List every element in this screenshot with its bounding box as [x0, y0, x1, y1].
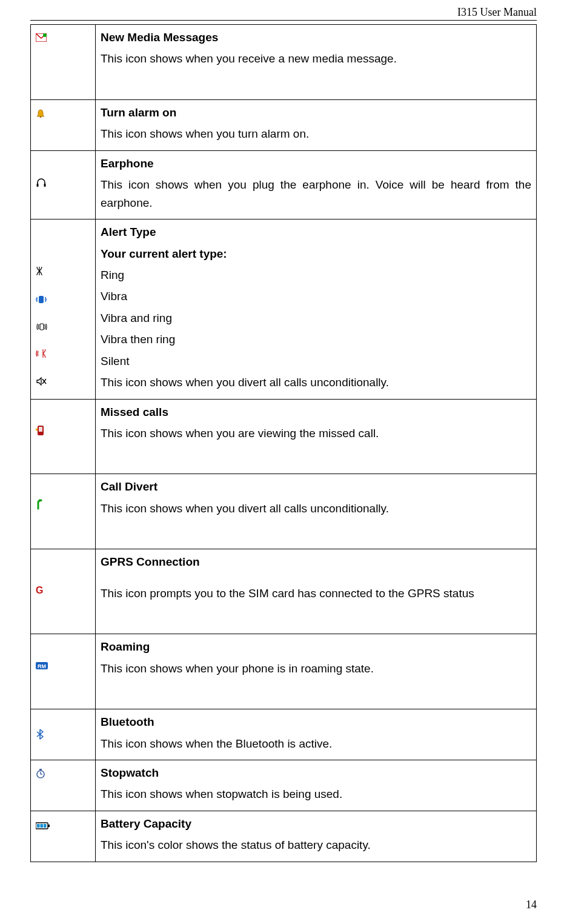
row-desc: This icon prompts you to the SIM card ha…: [101, 584, 531, 602]
alert-option: Ring: [101, 266, 531, 284]
vibra-icon: [36, 291, 90, 309]
stopwatch-icon: [36, 766, 45, 783]
svg-rect-19: [44, 824, 47, 828]
row-desc: This icon shows when you receive a new m…: [101, 50, 531, 67]
row-title: Earphone: [101, 155, 531, 172]
row-title: Roaming: [101, 638, 531, 655]
row-footer: This icon shows when you divert all call…: [101, 373, 531, 391]
vibra-then-ring-icon: [36, 346, 90, 363]
svg-rect-16: [48, 825, 50, 827]
row-desc: This icon shows when you plug the earpho…: [101, 176, 531, 212]
row-desc: This icon shows when stopwatch is being …: [101, 785, 531, 803]
table-row: Bluetooth This icon shows when the Bluet…: [31, 709, 537, 760]
table-row: Call Divert This icon shows when you div…: [31, 474, 537, 549]
page-number: 14: [30, 899, 537, 911]
icon-definition-table: New Media Messages This icon shows when …: [30, 24, 537, 862]
alarm-icon: [36, 105, 45, 123]
gprs-icon: G: [36, 583, 43, 598]
table-row: RM Roaming This icon shows when your pho…: [31, 634, 537, 709]
row-desc: This icon shows when you turn alarm on.: [101, 125, 531, 142]
row-title: Battery Capacity: [101, 815, 531, 832]
svg-rect-2: [40, 116, 42, 118]
svg-rect-18: [41, 824, 44, 828]
row-title: Bluetooth: [101, 713, 531, 731]
svg-rect-12: [39, 769, 42, 771]
row-subtitle: Your current alert type:: [101, 245, 531, 263]
row-title: Alert Type: [101, 223, 531, 241]
row-title: Missed calls: [101, 403, 531, 421]
earphone-icon: [36, 175, 47, 192]
table-row: New Media Messages This icon shows when …: [31, 25, 537, 100]
table-row: Battery Capacity This icon's color shows…: [31, 811, 537, 862]
svg-rect-6: [40, 324, 44, 330]
vibra-and-ring-icon: [36, 318, 90, 336]
row-desc: This icon's color shows the status of ba…: [101, 836, 531, 854]
ring-icon: [36, 263, 90, 281]
row-desc: This icon shows when the Bluetooth is ac…: [101, 735, 531, 752]
table-row: Alert Type Your current alert type: Ring…: [31, 219, 537, 400]
new-media-message-icon: [36, 29, 47, 47]
missed-call-icon: [36, 423, 45, 441]
alert-option: Vibra: [101, 287, 531, 305]
roaming-icon: RM: [36, 657, 48, 674]
page-header: I315 User Manual: [30, 6, 537, 21]
alert-option: Vibra then ring: [101, 330, 531, 348]
svg-rect-8: [39, 427, 42, 432]
svg-rect-3: [37, 184, 39, 187]
svg-point-1: [43, 33, 47, 37]
row-title: Call Divert: [101, 478, 531, 495]
svg-text:RM: RM: [38, 663, 46, 669]
bluetooth-icon: [36, 727, 44, 745]
table-row: Stopwatch This icon shows when stopwatch…: [31, 760, 537, 811]
svg-rect-17: [37, 824, 40, 828]
svg-rect-4: [44, 184, 46, 187]
table-row: G GPRS Connection This icon prompts you …: [31, 549, 537, 634]
row-title: Turn alarm on: [101, 104, 531, 121]
table-row: Earphone This icon shows when you plug t…: [31, 150, 537, 219]
table-row: Missed calls This icon shows when you ar…: [31, 399, 537, 474]
svg-rect-5: [39, 296, 44, 303]
alert-option: Vibra and ring: [101, 309, 531, 327]
row-title: GPRS Connection: [101, 553, 531, 571]
row-title: Stopwatch: [101, 764, 531, 782]
row-desc: This icon shows when your phone is in ro…: [101, 660, 531, 677]
battery-icon: [36, 817, 50, 834]
row-desc: This icon shows when you divert all call…: [101, 500, 531, 517]
alert-option: Silent: [101, 352, 531, 370]
row-title: New Media Messages: [101, 28, 531, 46]
row-desc: This icon shows when you are viewing the…: [101, 424, 531, 442]
call-divert-icon: [36, 497, 45, 515]
silent-icon: [36, 373, 90, 391]
table-row: Turn alarm on This icon shows when you t…: [31, 99, 537, 150]
